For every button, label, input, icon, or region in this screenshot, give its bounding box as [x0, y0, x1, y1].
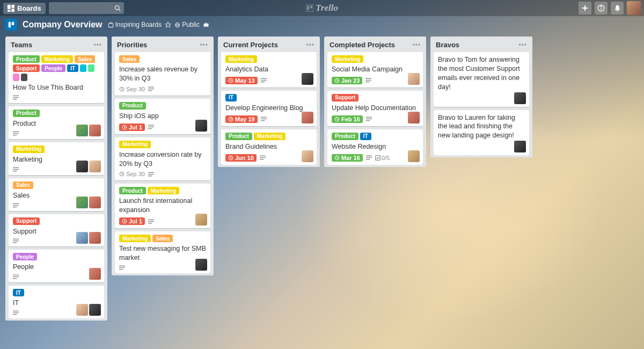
inspiring-boards-link[interactable]: Inspiring Boards: [108, 21, 162, 28]
list-menu-button[interactable]: •••: [200, 41, 208, 49]
list: Priorities ••• SalesIncrease sales reven…: [112, 37, 214, 275]
card-title: Launch first international expansion: [119, 197, 206, 215]
svg-line-5: [119, 9, 120, 11]
card[interactable]: ProductMarketingSalesSupportPeopleITHow …: [9, 52, 104, 103]
member-avatar[interactable]: [195, 259, 207, 271]
description-icon: [148, 172, 154, 177]
label-Marketing: Marketing: [225, 55, 257, 63]
member-avatar[interactable]: [76, 232, 88, 244]
member-avatar[interactable]: [89, 161, 101, 172]
card[interactable]: SalesSales: [9, 178, 104, 211]
board-canvas[interactable]: Teams ••• ProductMarketingSalesSupportPe…: [0, 33, 644, 349]
visibility-button[interactable]: Public: [174, 21, 200, 28]
boards-label: Boards: [17, 4, 41, 12]
member-avatar[interactable]: [302, 150, 313, 162]
member-avatar[interactable]: [195, 214, 207, 226]
list-menu-button[interactable]: •••: [412, 41, 421, 49]
member-avatar[interactable]: [408, 150, 420, 162]
member-avatar[interactable]: [76, 161, 88, 172]
briefcase-button[interactable]: [203, 21, 209, 28]
description-icon: [261, 117, 267, 121]
member-avatar[interactable]: [302, 112, 313, 123]
top-bar: Boards Trello: [0, 0, 644, 16]
label-lime: [88, 64, 94, 72]
svg-point-4: [115, 6, 119, 10]
member-avatar[interactable]: [302, 73, 313, 85]
list: Teams ••• ProductMarketingSalesSupportPe…: [5, 37, 107, 321]
card[interactable]: MarketingAnalytics Data May 13: [221, 52, 317, 88]
member-avatar[interactable]: [195, 120, 207, 132]
user-avatar[interactable]: [627, 1, 641, 15]
card[interactable]: SupportUpdate Help Documentation Feb 16: [327, 91, 423, 126]
card[interactable]: ITIT: [9, 286, 104, 318]
svg-rect-1: [11, 5, 14, 8]
member-avatar[interactable]: [89, 304, 101, 316]
label-Product: Product: [119, 187, 146, 194]
list-title[interactable]: Teams: [11, 41, 32, 49]
card[interactable]: MarketingSalesTest new messaging for SMB…: [115, 231, 210, 273]
list-title[interactable]: Bravos: [436, 41, 459, 49]
card[interactable]: Bravo to Tom for answering the most Cust…: [434, 52, 529, 107]
trello-logo[interactable]: Trello: [306, 3, 338, 13]
card[interactable]: PeoplePeople: [9, 250, 104, 282]
label-Support: Support: [332, 94, 358, 101]
card[interactable]: MarketingMarketing: [9, 142, 104, 175]
label-IT: IT: [360, 133, 371, 140]
member-avatar[interactable]: [76, 197, 88, 208]
add-button[interactable]: [579, 2, 591, 14]
description-badge: [119, 265, 125, 270]
card[interactable]: SalesIncrease sales revenue by 30% in Q3…: [115, 52, 210, 96]
card[interactable]: ProductMarketingBrand Guidelines Jun 10: [221, 129, 317, 165]
card-title: People: [13, 263, 100, 272]
description-icon: [365, 78, 371, 83]
star-icon: [165, 21, 171, 28]
list-title[interactable]: Completed Projects: [330, 41, 395, 49]
card[interactable]: SupportSupport: [9, 214, 104, 247]
member-avatar[interactable]: [514, 141, 526, 152]
description-badge: [148, 125, 154, 129]
list: Completed Projects ••• MarketingSocial M…: [324, 37, 426, 167]
clock-icon: [334, 78, 340, 83]
description-icon: [13, 310, 19, 315]
member-avatar[interactable]: [408, 73, 420, 85]
card[interactable]: ProductMarketingLaunch first internation…: [115, 184, 210, 228]
description-badge: [13, 310, 19, 315]
checklist-badge: 0/5: [375, 155, 390, 161]
member-avatar[interactable]: [76, 304, 88, 316]
card[interactable]: MarketingSocial Media Campaign Jan 23: [327, 52, 423, 88]
card[interactable]: ProductITWebsite Redesign Mar 16 0/5: [327, 129, 423, 165]
member-avatar[interactable]: [408, 112, 420, 123]
list-menu-button[interactable]: •••: [306, 41, 314, 49]
label-Marketing: Marketing: [41, 55, 73, 63]
member-avatar[interactable]: [89, 125, 101, 136]
card[interactable]: Bravo to Lauren for taking the lead and …: [434, 110, 529, 156]
member-avatar[interactable]: [76, 125, 88, 136]
card[interactable]: MarketingIncrease conversion rate by 20%…: [115, 137, 210, 181]
member-avatar[interactable]: [89, 232, 101, 244]
card-title: Brand Guidelines: [225, 142, 312, 151]
card[interactable]: ITDevelop Engineering Blog May 19: [221, 91, 317, 126]
label-Sales: Sales: [75, 55, 95, 63]
member-avatar[interactable]: [89, 197, 101, 208]
notifications-button[interactable]: [611, 2, 624, 14]
star-button[interactable]: [165, 21, 171, 28]
info-button[interactable]: [595, 2, 608, 14]
list-menu-button[interactable]: •••: [93, 41, 102, 49]
list-menu-button[interactable]: •••: [518, 41, 527, 49]
card[interactable]: ProductShip iOS app Jul 1: [115, 99, 210, 134]
due-badge: Mar 16: [332, 154, 363, 162]
search-input[interactable]: [49, 2, 124, 14]
label-IT: IT: [67, 64, 78, 72]
label-Marketing: Marketing: [254, 133, 286, 140]
list-title[interactable]: Current Projects: [223, 41, 278, 49]
list-title[interactable]: Priorities: [117, 41, 147, 49]
collection-icon: [108, 22, 114, 28]
member-avatar[interactable]: [89, 268, 101, 280]
card[interactable]: ProductProduct: [9, 106, 104, 139]
list: Current Projects ••• MarketingAnalytics …: [218, 37, 320, 167]
member-avatar[interactable]: [514, 92, 526, 104]
description-icon: [261, 78, 267, 83]
clock-icon: [334, 155, 340, 161]
board-title[interactable]: Company Overview: [23, 20, 103, 30]
boards-button[interactable]: Boards: [3, 3, 46, 14]
